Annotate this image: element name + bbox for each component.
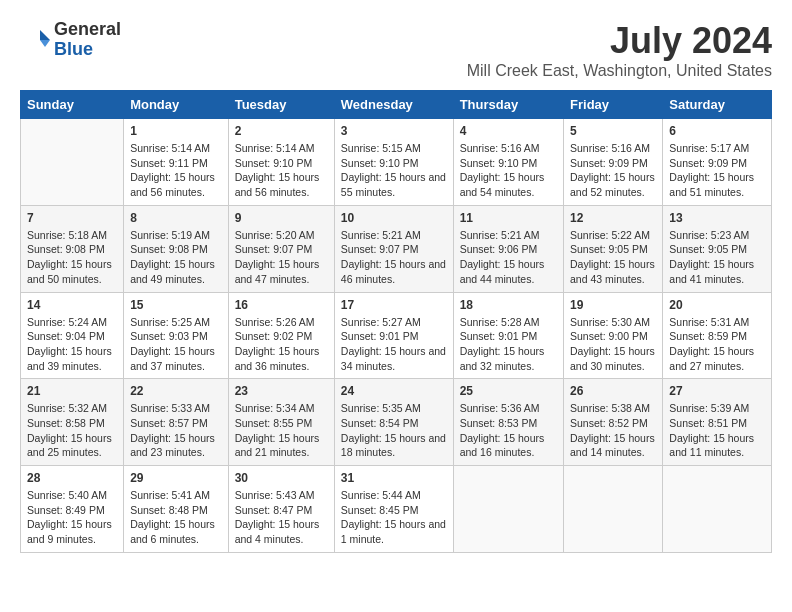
day-number: 31: [341, 471, 447, 485]
day-info: Sunrise: 5:36 AMSunset: 8:53 PMDaylight:…: [460, 401, 557, 460]
day-number: 24: [341, 384, 447, 398]
day-cell: 16Sunrise: 5:26 AMSunset: 9:02 PMDayligh…: [228, 292, 334, 379]
day-cell: 9Sunrise: 5:20 AMSunset: 9:07 PMDaylight…: [228, 205, 334, 292]
day-info: Sunrise: 5:41 AMSunset: 8:48 PMDaylight:…: [130, 488, 222, 547]
day-info: Sunrise: 5:38 AMSunset: 8:52 PMDaylight:…: [570, 401, 656, 460]
day-number: 4: [460, 124, 557, 138]
day-info: Sunrise: 5:31 AMSunset: 8:59 PMDaylight:…: [669, 315, 765, 374]
day-info: Sunrise: 5:44 AMSunset: 8:45 PMDaylight:…: [341, 488, 447, 547]
day-number: 16: [235, 298, 328, 312]
day-cell: [564, 466, 663, 553]
week-row-3: 14Sunrise: 5:24 AMSunset: 9:04 PMDayligh…: [21, 292, 772, 379]
day-number: 22: [130, 384, 222, 398]
day-info: Sunrise: 5:14 AMSunset: 9:11 PMDaylight:…: [130, 141, 222, 200]
logo-general: General: [54, 20, 121, 40]
day-cell: 17Sunrise: 5:27 AMSunset: 9:01 PMDayligh…: [334, 292, 453, 379]
column-header-tuesday: Tuesday: [228, 91, 334, 119]
column-header-saturday: Saturday: [663, 91, 772, 119]
day-number: 8: [130, 211, 222, 225]
day-cell: 11Sunrise: 5:21 AMSunset: 9:06 PMDayligh…: [453, 205, 563, 292]
day-info: Sunrise: 5:20 AMSunset: 9:07 PMDaylight:…: [235, 228, 328, 287]
day-info: Sunrise: 5:25 AMSunset: 9:03 PMDaylight:…: [130, 315, 222, 374]
day-info: Sunrise: 5:19 AMSunset: 9:08 PMDaylight:…: [130, 228, 222, 287]
day-number: 3: [341, 124, 447, 138]
day-cell: 12Sunrise: 5:22 AMSunset: 9:05 PMDayligh…: [564, 205, 663, 292]
day-cell: 8Sunrise: 5:19 AMSunset: 9:08 PMDaylight…: [124, 205, 229, 292]
day-cell: 14Sunrise: 5:24 AMSunset: 9:04 PMDayligh…: [21, 292, 124, 379]
day-info: Sunrise: 5:32 AMSunset: 8:58 PMDaylight:…: [27, 401, 117, 460]
column-header-monday: Monday: [124, 91, 229, 119]
day-info: Sunrise: 5:34 AMSunset: 8:55 PMDaylight:…: [235, 401, 328, 460]
logo: General Blue: [20, 20, 121, 60]
week-row-5: 28Sunrise: 5:40 AMSunset: 8:49 PMDayligh…: [21, 466, 772, 553]
day-cell: 29Sunrise: 5:41 AMSunset: 8:48 PMDayligh…: [124, 466, 229, 553]
day-info: Sunrise: 5:16 AMSunset: 9:09 PMDaylight:…: [570, 141, 656, 200]
day-number: 9: [235, 211, 328, 225]
day-number: 7: [27, 211, 117, 225]
day-info: Sunrise: 5:14 AMSunset: 9:10 PMDaylight:…: [235, 141, 328, 200]
title-area: July 2024 Mill Creek East, Washington, U…: [467, 20, 772, 80]
column-header-wednesday: Wednesday: [334, 91, 453, 119]
day-cell: 2Sunrise: 5:14 AMSunset: 9:10 PMDaylight…: [228, 119, 334, 206]
day-number: 26: [570, 384, 656, 398]
day-cell: 27Sunrise: 5:39 AMSunset: 8:51 PMDayligh…: [663, 379, 772, 466]
day-number: 19: [570, 298, 656, 312]
day-cell: 30Sunrise: 5:43 AMSunset: 8:47 PMDayligh…: [228, 466, 334, 553]
day-info: Sunrise: 5:16 AMSunset: 9:10 PMDaylight:…: [460, 141, 557, 200]
day-number: 14: [27, 298, 117, 312]
day-cell: 3Sunrise: 5:15 AMSunset: 9:10 PMDaylight…: [334, 119, 453, 206]
day-info: Sunrise: 5:21 AMSunset: 9:07 PMDaylight:…: [341, 228, 447, 287]
column-header-friday: Friday: [564, 91, 663, 119]
day-cell: [663, 466, 772, 553]
day-info: Sunrise: 5:43 AMSunset: 8:47 PMDaylight:…: [235, 488, 328, 547]
day-info: Sunrise: 5:40 AMSunset: 8:49 PMDaylight:…: [27, 488, 117, 547]
day-info: Sunrise: 5:26 AMSunset: 9:02 PMDaylight:…: [235, 315, 328, 374]
day-cell: 24Sunrise: 5:35 AMSunset: 8:54 PMDayligh…: [334, 379, 453, 466]
day-number: 29: [130, 471, 222, 485]
day-number: 21: [27, 384, 117, 398]
column-header-thursday: Thursday: [453, 91, 563, 119]
day-info: Sunrise: 5:39 AMSunset: 8:51 PMDaylight:…: [669, 401, 765, 460]
calendar-table: SundayMondayTuesdayWednesdayThursdayFrid…: [20, 90, 772, 553]
week-row-2: 7Sunrise: 5:18 AMSunset: 9:08 PMDaylight…: [21, 205, 772, 292]
main-title: July 2024: [467, 20, 772, 62]
day-cell: 26Sunrise: 5:38 AMSunset: 8:52 PMDayligh…: [564, 379, 663, 466]
day-number: 11: [460, 211, 557, 225]
day-cell: 10Sunrise: 5:21 AMSunset: 9:07 PMDayligh…: [334, 205, 453, 292]
day-info: Sunrise: 5:22 AMSunset: 9:05 PMDaylight:…: [570, 228, 656, 287]
day-number: 25: [460, 384, 557, 398]
day-info: Sunrise: 5:28 AMSunset: 9:01 PMDaylight:…: [460, 315, 557, 374]
day-cell: 19Sunrise: 5:30 AMSunset: 9:00 PMDayligh…: [564, 292, 663, 379]
day-number: 15: [130, 298, 222, 312]
day-cell: 15Sunrise: 5:25 AMSunset: 9:03 PMDayligh…: [124, 292, 229, 379]
day-cell: 22Sunrise: 5:33 AMSunset: 8:57 PMDayligh…: [124, 379, 229, 466]
day-cell: 20Sunrise: 5:31 AMSunset: 8:59 PMDayligh…: [663, 292, 772, 379]
day-cell: 4Sunrise: 5:16 AMSunset: 9:10 PMDaylight…: [453, 119, 563, 206]
svg-marker-0: [40, 30, 50, 40]
day-number: 13: [669, 211, 765, 225]
subtitle: Mill Creek East, Washington, United Stat…: [467, 62, 772, 80]
logo-blue: Blue: [54, 40, 121, 60]
logo-icon: [20, 25, 50, 55]
column-header-sunday: Sunday: [21, 91, 124, 119]
day-cell: [21, 119, 124, 206]
day-cell: 7Sunrise: 5:18 AMSunset: 9:08 PMDaylight…: [21, 205, 124, 292]
day-number: 23: [235, 384, 328, 398]
day-number: 12: [570, 211, 656, 225]
day-cell: [453, 466, 563, 553]
day-cell: 28Sunrise: 5:40 AMSunset: 8:49 PMDayligh…: [21, 466, 124, 553]
day-info: Sunrise: 5:33 AMSunset: 8:57 PMDaylight:…: [130, 401, 222, 460]
day-number: 6: [669, 124, 765, 138]
day-info: Sunrise: 5:15 AMSunset: 9:10 PMDaylight:…: [341, 141, 447, 200]
day-number: 2: [235, 124, 328, 138]
day-number: 5: [570, 124, 656, 138]
day-info: Sunrise: 5:18 AMSunset: 9:08 PMDaylight:…: [27, 228, 117, 287]
day-info: Sunrise: 5:23 AMSunset: 9:05 PMDaylight:…: [669, 228, 765, 287]
day-number: 18: [460, 298, 557, 312]
logo-text: General Blue: [54, 20, 121, 60]
day-info: Sunrise: 5:27 AMSunset: 9:01 PMDaylight:…: [341, 315, 447, 374]
day-cell: 13Sunrise: 5:23 AMSunset: 9:05 PMDayligh…: [663, 205, 772, 292]
day-number: 27: [669, 384, 765, 398]
day-number: 1: [130, 124, 222, 138]
day-cell: 25Sunrise: 5:36 AMSunset: 8:53 PMDayligh…: [453, 379, 563, 466]
